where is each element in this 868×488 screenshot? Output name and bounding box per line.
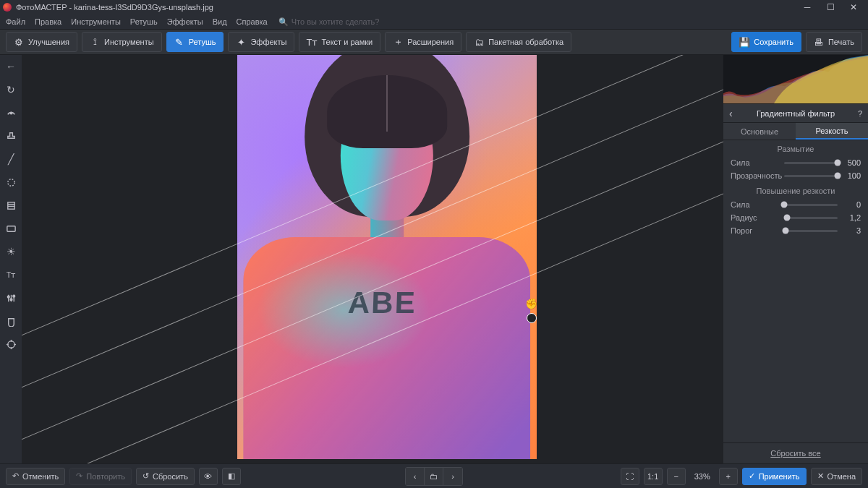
- tab-batch[interactable]: 🗂Пакетная обработка: [466, 32, 571, 52]
- section-sharpen-label: Повышение резкости: [723, 182, 868, 198]
- main-area: ← ↻ ╱ ☀ Tᴛ ABE: [0, 55, 868, 463]
- menu-edit[interactable]: Правка: [35, 17, 61, 26]
- reset-all-link[interactable]: Сбросить все: [723, 442, 868, 463]
- radial-filter-icon[interactable]: [4, 175, 18, 189]
- back-arrow-icon[interactable]: ←: [4, 59, 18, 74]
- search-icon: 🔍: [278, 17, 289, 27]
- save-button[interactable]: 💾Сохранить: [731, 32, 801, 52]
- tab-text[interactable]: TᴛТекст и рамки: [299, 32, 380, 52]
- redo-icon: ↷: [76, 471, 82, 481]
- browse-button[interactable]: 🗀: [425, 468, 443, 485]
- slider-sharp-strength[interactable]: Сила 0: [723, 198, 868, 211]
- menu-help[interactable]: Справка: [237, 17, 268, 26]
- text-icon: Tᴛ: [307, 37, 317, 47]
- menu-effects[interactable]: Эффекты: [167, 17, 203, 26]
- apply-button[interactable]: ✓Применить: [742, 468, 807, 485]
- text-tool-icon[interactable]: Tᴛ: [4, 267, 18, 282]
- check-icon: ✓: [749, 471, 755, 481]
- nav-group: ‹ 🗀 ›: [405, 467, 463, 486]
- menu-view[interactable]: Вид: [213, 17, 227, 26]
- subtab-main[interactable]: Основные: [723, 123, 796, 140]
- adjust-icon[interactable]: [4, 291, 18, 305]
- prev-image-button[interactable]: ‹: [406, 468, 425, 485]
- svg-point-1: [7, 179, 14, 185]
- sparkle-icon: ✦: [236, 37, 246, 47]
- svg-point-10: [10, 298, 12, 300]
- panel-subtabs: Основные Резкость: [723, 123, 868, 140]
- menu-file[interactable]: Файл: [6, 17, 25, 26]
- brush-tool-icon[interactable]: ╱: [4, 152, 18, 166]
- preview-toggle-button[interactable]: 👁: [199, 468, 218, 485]
- tab-effects[interactable]: ✦Эффекты: [228, 32, 294, 52]
- svg-point-9: [7, 296, 9, 298]
- tab-improve[interactable]: ⚙Улучшения: [6, 32, 77, 52]
- main-toolbar: ⚙Улучшения ⟟Инструменты ✎Ретушь ✦Эффекты…: [0, 29, 868, 55]
- section-blur-label: Размытие: [723, 140, 868, 156]
- cancel-button[interactable]: ✕Отмена: [811, 468, 862, 485]
- slider-sharp-threshold[interactable]: Порог 3: [723, 224, 868, 237]
- panel-help-button[interactable]: ?: [858, 109, 862, 118]
- slider-sharp-radius[interactable]: Радиус 1,2: [723, 211, 868, 224]
- compare-icon: ◧: [228, 471, 235, 481]
- slider-blur-opacity[interactable]: Прозрачность 100: [723, 169, 868, 182]
- menu-search[interactable]: 🔍 Что вы хотите сделать?: [278, 17, 380, 27]
- subtab-sharpness[interactable]: Резкость: [796, 123, 868, 140]
- maximize-button[interactable]: ☐: [819, 0, 842, 14]
- gradient-filter-icon[interactable]: [4, 198, 18, 213]
- svg-point-12: [7, 341, 14, 347]
- file-name: karina-tess-l3SdD9D3Gys-unsplash.jpg: [74, 3, 213, 12]
- tab-retouch[interactable]: ✎Ретушь: [166, 32, 224, 52]
- reset-button[interactable]: ↺Сбросить: [136, 468, 195, 485]
- gradient-handle[interactable]: [527, 313, 537, 323]
- minimize-button[interactable]: ─: [796, 0, 819, 14]
- canvas[interactable]: ABE ✊: [22, 55, 723, 463]
- svg-point-11: [12, 295, 14, 297]
- target-icon[interactable]: [4, 337, 18, 351]
- next-image-button[interactable]: ›: [443, 468, 462, 485]
- bottom-bar: ↶Отменить ↷Повторить ↺Сбросить 👁 ◧ ‹ 🗀 ›…: [0, 463, 868, 488]
- stack-icon: 🗂: [474, 37, 484, 47]
- redo-button[interactable]: ↷Повторить: [69, 468, 132, 485]
- plus-icon: ＋: [393, 37, 403, 47]
- minus-icon: −: [673, 472, 678, 481]
- app-name: ФотоМАСТЕР: [16, 3, 67, 12]
- exposure-icon[interactable]: ☀: [4, 244, 18, 259]
- reset-icon: ↺: [142, 471, 149, 481]
- brush-icon: ✎: [174, 37, 184, 47]
- panel-back-button[interactable]: ‹: [729, 108, 733, 119]
- crop-icon: ⟟: [90, 37, 100, 47]
- menu-tools[interactable]: Инструменты: [71, 17, 121, 26]
- panel-header: ‹ Градиентный фильтр ?: [723, 104, 868, 123]
- vignette-icon[interactable]: [4, 221, 18, 236]
- compare-button[interactable]: ◧: [222, 468, 241, 485]
- close-button[interactable]: ✕: [842, 0, 865, 14]
- zoom-level: 33%: [690, 472, 715, 481]
- panel-title: Градиентный фильтр: [757, 109, 835, 118]
- mask-icon[interactable]: [4, 314, 18, 328]
- zoom-in-button[interactable]: +: [719, 468, 738, 485]
- undo-button[interactable]: ↶Отменить: [6, 468, 65, 485]
- zoom-out-button[interactable]: −: [667, 468, 686, 485]
- stamp-icon[interactable]: [4, 129, 18, 143]
- actual-size-button[interactable]: 1:1: [644, 468, 663, 485]
- fit-screen-button[interactable]: ⛶: [621, 468, 639, 485]
- titlebar: ФотоМАСТЕР - karina-tess-l3SdD9D3Gys-uns…: [0, 0, 868, 14]
- menu-retouch[interactable]: Ретушь: [130, 17, 158, 26]
- close-icon: ✕: [817, 471, 824, 481]
- svg-rect-5: [7, 226, 14, 231]
- print-icon: 🖶: [814, 37, 824, 47]
- tab-tools[interactable]: ⟟Инструменты: [82, 32, 162, 52]
- slider-blur-strength[interactable]: Сила 500: [723, 156, 868, 169]
- rotate-icon[interactable]: ↻: [4, 82, 18, 97]
- print-button[interactable]: 🖶Печать: [806, 32, 862, 52]
- image-preview: ABE: [237, 55, 537, 459]
- window-title: ФотоМАСТЕР - karina-tess-l3SdD9D3Gys-uns…: [16, 3, 213, 12]
- app-logo-icon: [3, 3, 12, 12]
- healing-brush-icon[interactable]: [4, 106, 18, 120]
- save-icon: 💾: [739, 37, 749, 47]
- sliders-icon: ⚙: [14, 37, 24, 47]
- plus-icon: +: [726, 472, 730, 481]
- folder-icon: 🗀: [430, 472, 438, 481]
- svg-point-0: [10, 112, 12, 114]
- tab-extensions[interactable]: ＋Расширения: [385, 32, 461, 52]
